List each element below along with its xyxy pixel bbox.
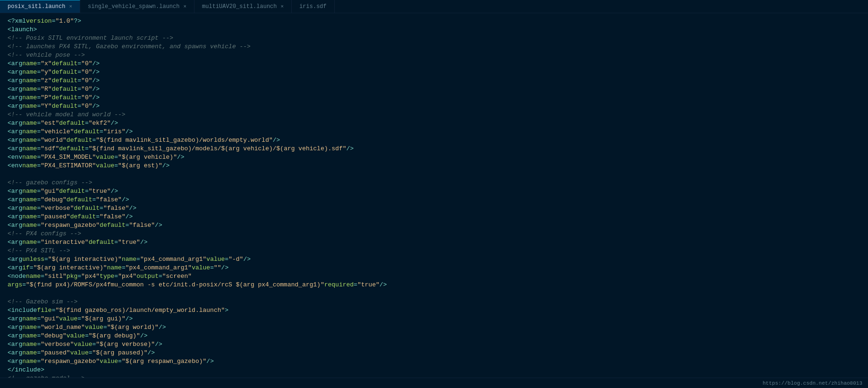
- line: <arg name="vehicle" default="iris"/>: [0, 128, 868, 136]
- line: <include file="$(find gazebo_ros)/launch…: [0, 306, 868, 315]
- line: <arg name="sdf" default="$(find mavlink_…: [0, 145, 868, 153]
- line: </include>: [0, 366, 868, 374]
- line: <!-- PX4 SITL -->: [0, 247, 868, 255]
- line: <arg name="interactive" default="true"/>: [0, 238, 868, 247]
- close-icon[interactable]: ×: [281, 4, 284, 9]
- line: <arg name="paused" value="$(arg paused)"…: [0, 349, 868, 357]
- line: <!-- Posix SITL environment launch scrip…: [0, 34, 868, 43]
- line: <arg name="est" default="ekf2"/>: [0, 119, 868, 128]
- close-icon[interactable]: ×: [183, 4, 186, 9]
- line: <!-- launches PX4 SITL, Gazebo environme…: [0, 43, 868, 51]
- close-icon[interactable]: ×: [69, 4, 72, 9]
- tab-tab3[interactable]: multiUAV20_sitl.launch×: [194, 0, 292, 13]
- tab-label: iris.sdf: [299, 3, 327, 10]
- line: <arg name="y" default="0"/>: [0, 68, 868, 77]
- line: <env name="PX4_SIM_MODEL" value="$(arg v…: [0, 153, 868, 162]
- line: <!-- PX4 configs -->: [0, 230, 868, 238]
- line: <arg name="respawn_gazebo" value="$(arg …: [0, 357, 868, 366]
- line: <arg name="world" default="$(find mavlin…: [0, 136, 868, 145]
- line: <arg name="Y" default="0"/>: [0, 102, 868, 111]
- line: <arg name="paused" default="false"/>: [0, 213, 868, 221]
- line: <arg name="R" default="0"/>: [0, 85, 868, 94]
- line: [0, 170, 868, 179]
- line: <node name="sitl" pkg="px4" type="px4" o…: [0, 272, 868, 281]
- line: <arg name="z" default="0"/>: [0, 77, 868, 85]
- tab-bar: posix_sitl.launch×single_vehicle_spawn.l…: [0, 0, 868, 13]
- line: <arg name="verbose" default="false"/>: [0, 204, 868, 213]
- line: <!-- vehicle model and world -->: [0, 111, 868, 119]
- status-bar: https://blog.csdn.net/zhihao8013: [0, 378, 868, 388]
- line: <arg name="gui" value="$(arg gui)"/>: [0, 315, 868, 323]
- line: <arg name="gui" default="true"/>: [0, 187, 868, 196]
- line: <arg name="debug" value="$(arg debug)"/>: [0, 332, 868, 340]
- editor[interactable]: <?xml version="1.0"?><launch> <!-- Posix…: [0, 13, 868, 378]
- line: <arg name="verbose" value="$(arg verbose…: [0, 340, 868, 349]
- tab-label: multiUAV20_sitl.launch: [202, 3, 277, 10]
- tab-tab1[interactable]: posix_sitl.launch×: [0, 0, 80, 13]
- line: <arg name="world_name" value="$(arg worl…: [0, 323, 868, 332]
- line: args="$(find px4)/ROMFS/px4fmu_common -s…: [0, 281, 868, 289]
- line: <arg name="debug" default="false"/>: [0, 196, 868, 204]
- status-url: https://blog.csdn.net/zhihao8013: [763, 380, 862, 386]
- line: <env name="PX4_ESTIMATOR" value="$(arg e…: [0, 162, 868, 170]
- line: <!-- Gazebo sim -->: [0, 298, 868, 306]
- line: <arg name="P" default="0"/>: [0, 94, 868, 102]
- line: <arg name="x" default="0"/>: [0, 60, 868, 68]
- line: <!-- gazebo configs -->: [0, 179, 868, 187]
- line: <arg name="respawn_gazebo" default="fals…: [0, 221, 868, 230]
- line: <arg if="$(arg interactive)" name="px4_c…: [0, 264, 868, 272]
- line: <launch>: [0, 26, 868, 34]
- line: [0, 289, 868, 298]
- tab-tab2[interactable]: single_vehicle_spawn.launch×: [80, 0, 194, 13]
- line: <!-- vehicle pose -->: [0, 51, 868, 60]
- tab-label: single_vehicle_spawn.launch: [88, 3, 179, 10]
- line: <?xml version="1.0"?>: [0, 17, 868, 26]
- tab-tab4[interactable]: iris.sdf: [292, 0, 335, 13]
- line: <arg unless="$(arg interactive)" name="p…: [0, 255, 868, 264]
- tab-label: posix_sitl.launch: [8, 3, 65, 10]
- line: <!-- gazebo model -->: [0, 374, 868, 378]
